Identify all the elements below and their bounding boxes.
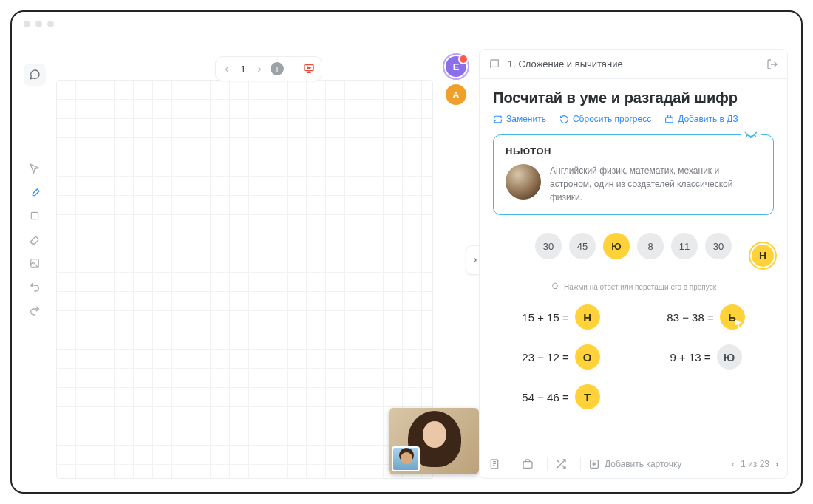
chip[interactable]: 8 xyxy=(637,233,664,259)
answer-slot[interactable]: Ю xyxy=(717,344,742,370)
lesson-breadcrumb: 1. Сложение и вычитание xyxy=(508,58,623,69)
svg-rect-5 xyxy=(523,461,532,468)
chip[interactable]: 30 xyxy=(705,233,732,259)
answer-slot[interactable]: Н xyxy=(575,304,600,330)
answer-slot[interactable]: Т xyxy=(575,384,600,409)
app-frame: ‹ 1 › + Е А 1. Сложение и вычитание Посч… xyxy=(10,10,803,494)
card-pager: ‹ 1 из 23 › xyxy=(732,459,778,469)
svg-rect-0 xyxy=(31,212,38,219)
add-card-button[interactable]: Добавить карточку xyxy=(588,458,681,470)
chip[interactable]: 30 xyxy=(535,233,562,259)
shuffle-icon[interactable] xyxy=(555,458,573,470)
card-next[interactable]: › xyxy=(775,459,778,469)
info-card: НЬЮТОН Английский физик, математик, меха… xyxy=(493,134,774,215)
card-counter: 1 из 23 xyxy=(741,459,769,469)
chat-button[interactable] xyxy=(24,64,46,86)
answer-slot[interactable]: О xyxy=(575,344,600,370)
task-header: 1. Сложение и вычитание xyxy=(480,50,787,79)
eraser-tool[interactable] xyxy=(27,231,43,248)
reset-action[interactable]: Сбросить прогресс xyxy=(559,114,651,124)
card-name: НЬЮТОН xyxy=(506,146,761,157)
page-control: ‹ 1 › + xyxy=(215,56,322,81)
equation: 23 − 12 =О xyxy=(496,344,626,370)
answer-slot[interactable]: Ь xyxy=(720,304,745,330)
card-image xyxy=(506,164,541,200)
task-panel: 1. Сложение и вычитание Посчитай в уме и… xyxy=(479,49,788,479)
video-thumbnail[interactable] xyxy=(389,408,479,474)
next-page-button[interactable]: › xyxy=(254,62,265,75)
briefcase-icon[interactable] xyxy=(522,458,540,470)
equations-grid: 15 + 15 =Н 83 − 38 =Ь 23 − 12 =О 9 + 13 … xyxy=(493,304,774,409)
task-title: Посчитай в уме и разгадай шифр xyxy=(493,89,774,106)
task-footer: Добавить карточку ‹ 1 из 23 › xyxy=(480,449,787,478)
toolbar xyxy=(24,156,46,323)
chip[interactable]: 45 xyxy=(569,233,596,259)
cursor-tool[interactable] xyxy=(27,160,43,177)
book-icon xyxy=(489,58,500,70)
notes-icon[interactable] xyxy=(489,458,506,470)
participant-avatars: Е А xyxy=(446,56,466,105)
chip[interactable]: Ю xyxy=(603,233,630,259)
add-homework-action[interactable]: Добавить в ДЗ xyxy=(664,114,738,124)
equation: 83 − 38 =Ь xyxy=(641,304,771,330)
undo-tool[interactable] xyxy=(27,279,43,295)
equation: 54 − 46 =Т xyxy=(496,384,626,409)
card-description: Английский физик, математик, механик и а… xyxy=(550,164,761,204)
chip[interactable]: 11 xyxy=(671,233,698,259)
page-number: 1 xyxy=(238,64,248,75)
answer-bank: 30 45 Ю 8 11 30 Н xyxy=(493,233,774,259)
whiteboard-canvas[interactable] xyxy=(56,80,433,479)
dragging-chip[interactable]: Н xyxy=(750,243,775,268)
svg-rect-3 xyxy=(666,117,673,122)
replace-action[interactable]: Заменить xyxy=(493,114,546,124)
present-icon[interactable] xyxy=(302,63,316,75)
avatar-student[interactable]: А xyxy=(446,84,466,105)
add-page-button[interactable]: + xyxy=(271,62,284,75)
equation: 9 + 13 =Ю xyxy=(641,344,771,370)
image-tool[interactable] xyxy=(27,255,43,271)
task-actions: Заменить Сбросить прогресс Добавить в ДЗ xyxy=(493,114,774,124)
avatar-teacher[interactable]: Е xyxy=(446,56,466,77)
video-self-view xyxy=(392,446,420,471)
card-prev[interactable]: ‹ xyxy=(732,459,735,469)
hint-text: Нажми на ответ или перетащи его в пропус… xyxy=(493,273,774,291)
equation: 15 + 15 =Н xyxy=(496,304,626,330)
visibility-icon[interactable] xyxy=(741,129,761,140)
window-controls xyxy=(24,21,54,27)
prev-page-button[interactable]: ‹ xyxy=(222,62,232,75)
shape-tool[interactable] xyxy=(27,208,43,224)
redo-tool[interactable] xyxy=(27,302,43,319)
pen-tool[interactable] xyxy=(27,184,43,200)
exit-icon[interactable] xyxy=(766,58,778,70)
